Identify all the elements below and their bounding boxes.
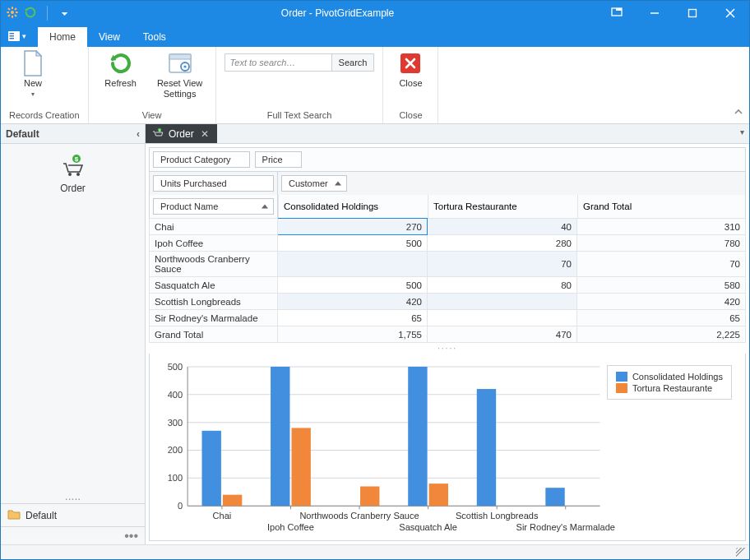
svg-rect-18: [10, 35, 15, 37]
pivot-grand-total-label: Grand Total: [150, 326, 278, 343]
ribbon-group-caption: Records Creation: [9, 109, 80, 122]
nav-splitter-dots[interactable]: ·····: [1, 492, 145, 503]
pivot-grand-total-cell: 2,225: [577, 326, 746, 343]
pivot-cell[interactable]: [428, 294, 577, 310]
nav-footer-item-default[interactable]: Default: [1, 503, 145, 526]
nav-overflow-button[interactable]: •••: [1, 526, 145, 544]
pivot-row-header[interactable]: Sasquatch Ale: [150, 277, 278, 294]
pivot-column-header[interactable]: Consolidated Holdings: [279, 195, 428, 218]
svg-rect-17: [10, 33, 15, 35]
app-view-select[interactable]: ▾: [1, 25, 31, 47]
svg-point-0: [11, 11, 14, 14]
ribbon-display-options-icon[interactable]: [598, 7, 636, 20]
pivot-filter-area[interactable]: Product CategoryPrice: [149, 147, 746, 172]
new-button-label: New: [24, 78, 42, 89]
status-bar: [1, 544, 749, 559]
pivot-cell[interactable]: [428, 310, 577, 326]
search-button[interactable]: Search: [331, 53, 375, 72]
pivot-cell[interactable]: 780: [577, 235, 746, 252]
refresh-button[interactable]: Refresh: [97, 50, 145, 89]
pivot-cell[interactable]: 80: [428, 277, 577, 294]
collapse-nav-button[interactable]: ‹: [137, 128, 140, 140]
horizontal-splitter[interactable]: ·····: [149, 343, 746, 354]
close-window-button[interactable]: [711, 1, 749, 25]
chart-legend: Consolidated HoldingsTortura Restaurante: [607, 365, 732, 400]
pivot-cell[interactable]: 70: [577, 252, 746, 277]
pivot-cell[interactable]: 65: [577, 310, 746, 326]
document-tabs: $ Order ✕ ▾: [146, 124, 749, 144]
pivot-row-header[interactable]: Northwoods Cranberry Sauce: [150, 252, 278, 277]
pivot-row-header[interactable]: Scottish Longbreads: [150, 294, 278, 310]
svg-line-8: [15, 8, 16, 10]
pivot-cell[interactable]: 500: [278, 235, 428, 252]
app-gear-icon[interactable]: [6, 6, 19, 21]
nav-item-label: Order: [60, 183, 86, 194]
pivot-row-header[interactable]: Sir Rodney's Marmalade: [150, 310, 278, 326]
svg-rect-61: [429, 484, 448, 506]
svg-text:Sasquatch Ale: Sasquatch Ale: [399, 522, 456, 532]
svg-text:Northwoods Cranberry Sauce: Northwoods Cranberry Sauce: [299, 511, 419, 521]
search-input[interactable]: [225, 53, 331, 72]
pivot-column-header[interactable]: Tortura Restaurante: [428, 195, 578, 218]
resize-grip[interactable]: [736, 548, 746, 558]
svg-rect-57: [360, 486, 379, 506]
pivot-cell[interactable]: 40: [428, 219, 577, 235]
pivot-column-field[interactable]: Customer: [281, 175, 347, 192]
close-tab-button[interactable]: Close: [391, 50, 429, 89]
ribbon-group-caption: View: [97, 109, 207, 122]
close-icon: [400, 53, 420, 73]
pivot-filter-field[interactable]: Product Category: [153, 151, 250, 168]
new-button[interactable]: New ▾: [9, 50, 57, 98]
qat-refresh-icon[interactable]: [24, 6, 37, 21]
ribbon-group-caption: Close: [391, 109, 429, 122]
ribbon-tab-tools[interactable]: Tools: [132, 27, 178, 47]
ribbon-tab-strip: ▾ HomeViewTools: [1, 25, 749, 47]
pivot-cell[interactable]: 420: [278, 294, 428, 310]
pivot-cell[interactable]: 580: [577, 277, 746, 294]
pivot-cell[interactable]: 270: [278, 219, 428, 235]
minimize-button[interactable]: [636, 1, 674, 25]
chart-panel: 0100200300400500ChaiIpoh CoffeeNorthwood…: [149, 354, 746, 541]
maximize-button[interactable]: [674, 1, 711, 25]
svg-rect-24: [169, 54, 191, 59]
reset-view-settings-label: Reset View Settings: [157, 78, 202, 99]
svg-text:Sir Rodney's Marmalade: Sir Rodney's Marmalade: [516, 522, 615, 532]
pivot-grid[interactable]: Chai27040310Ipoh Coffee500280780Northwoo…: [149, 218, 746, 343]
svg-text:Chai: Chai: [213, 511, 232, 521]
ribbon-tab-view[interactable]: View: [87, 27, 132, 47]
close-tab-icon[interactable]: ✕: [199, 128, 211, 140]
pivot-cell[interactable]: 70: [428, 252, 577, 277]
svg-text:300: 300: [168, 418, 183, 428]
refresh-button-label: Refresh: [104, 78, 137, 89]
pivot-row-field[interactable]: Product Name: [153, 198, 274, 215]
pivot-filter-field[interactable]: Price: [255, 151, 302, 168]
ribbon-tab-home[interactable]: Home: [38, 27, 87, 47]
chevron-down-icon: ▾: [31, 90, 35, 98]
tab-dropdown-button[interactable]: ▾: [740, 127, 744, 137]
nav-item-order[interactable]: $ Order: [60, 154, 86, 492]
svg-text:Ipoh Coffee: Ipoh Coffee: [267, 522, 314, 532]
svg-text:100: 100: [168, 473, 183, 483]
pivot-grand-total-cell: 470: [428, 326, 577, 343]
pivot-cell[interactable]: 280: [428, 235, 577, 252]
pivot-cell[interactable]: 500: [278, 277, 428, 294]
pivot-cell[interactable]: 420: [577, 294, 746, 310]
pivot-row-header[interactable]: Chai: [150, 219, 278, 235]
svg-text:500: 500: [168, 362, 183, 372]
window-title: Order - PivotGridExample: [77, 7, 598, 19]
pivot-cell[interactable]: [278, 252, 428, 277]
pivot-cell[interactable]: 310: [577, 219, 746, 235]
pivot-column-header[interactable]: Grand Total: [578, 195, 746, 218]
svg-rect-13: [689, 10, 697, 17]
svg-point-32: [76, 173, 80, 176]
collapse-ribbon-button[interactable]: [733, 106, 744, 120]
pivot-cell[interactable]: 65: [278, 310, 428, 326]
qat-customize-dropdown[interactable]: ⏷: [58, 9, 72, 18]
reset-view-settings-button[interactable]: Reset View Settings: [153, 50, 207, 99]
pivot-data-field[interactable]: Units Purchased: [153, 175, 274, 192]
svg-rect-64: [477, 389, 496, 506]
pivot-row-header[interactable]: Ipoh Coffee: [150, 235, 278, 252]
close-button-label: Close: [399, 78, 422, 89]
document-tab-order[interactable]: $ Order ✕: [146, 124, 217, 143]
svg-rect-11: [616, 8, 622, 11]
